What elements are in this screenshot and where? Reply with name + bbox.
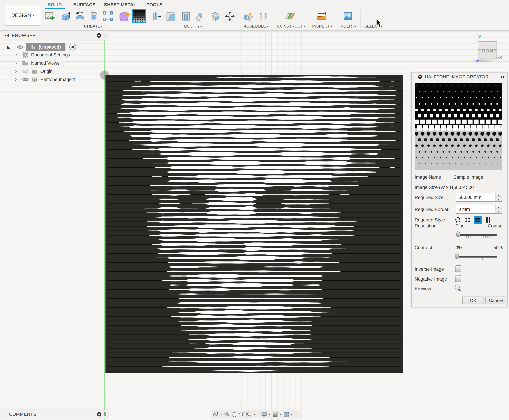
row-box[interactable]: Document Settings [20, 51, 74, 59]
viewport-halftone-model[interactable] [105, 75, 403, 373]
shell-icon[interactable] [180, 10, 192, 22]
row-box[interactable]: Named Views [20, 59, 63, 67]
tree-row-document-settings[interactable]: Document Settings [14, 51, 74, 59]
construct-plane-icon[interactable] [284, 10, 295, 22]
activate-component-radio[interactable] [69, 44, 76, 51]
document-root-selected[interactable]: (Unsaved) [26, 43, 66, 51]
hole-icon[interactable] [89, 10, 99, 22]
viewcube[interactable]: FRONT [478, 41, 497, 60]
required-size-label: Required Size [415, 195, 444, 201]
tree-row-origin[interactable]: Origin [14, 67, 56, 75]
required-border-spinner[interactable]: ▲▼ [495, 205, 502, 213]
orbit-icon[interactable] [213, 411, 219, 417]
tree-row-halftone-image[interactable]: Halftone Image:1 [14, 75, 79, 83]
root-row-box[interactable]: (Unsaved) [15, 43, 80, 51]
eye-icon[interactable] [17, 45, 24, 49]
group-label-assemble[interactable]: ASSEMBLE [235, 24, 276, 29]
cancel-button[interactable]: Cancel [485, 297, 506, 304]
required-size-spinner[interactable]: ▲▼ [495, 193, 502, 201]
expander-closed-icon[interactable] [14, 69, 17, 73]
new-component-icon[interactable] [243, 10, 253, 22]
collapse-left-icon[interactable] [4, 34, 9, 37]
panel-grip[interactable] [104, 412, 106, 416]
pattern-icon[interactable] [102, 10, 114, 22]
create-sketch-icon[interactable] [44, 10, 56, 22]
tree-row-root[interactable]: (Unsaved) [7, 43, 80, 51]
minimize-panel-icon[interactable] [96, 33, 101, 38]
combine-icon[interactable] [194, 10, 206, 22]
add-comment-icon[interactable] [96, 412, 102, 417]
dialog-header[interactable]: HALFTONE IMAGE CREATOR [412, 73, 508, 81]
press-pull-icon[interactable] [151, 10, 162, 22]
insert-image-icon[interactable] [343, 10, 353, 22]
look-at-icon[interactable] [224, 411, 230, 417]
resolution-slider-handle[interactable] [455, 230, 461, 238]
group-label-create[interactable]: CREATE [74, 24, 113, 29]
eye-hidden-icon[interactable] [22, 69, 29, 74]
measure-icon[interactable] [316, 10, 327, 22]
chevron-down-icon[interactable]: ▼ [254, 413, 256, 416]
style-dots-grid-button[interactable] [464, 216, 472, 224]
top-toolbar: DESIGN ▾ SOLID SURFACE SHEET METAL TOOLS [0, 0, 509, 31]
fillet-icon[interactable] [165, 10, 177, 22]
halftone-addin-icon-active[interactable] [132, 9, 146, 22]
tab-tools[interactable]: TOOLS [146, 2, 163, 8]
required-border-input[interactable]: 0 mm ▲▼ [456, 205, 502, 214]
comments-bar: COMMENTS [2, 410, 108, 419]
pan-icon[interactable] [231, 411, 237, 417]
expander-closed-icon[interactable] [14, 61, 17, 65]
tree-row-named-views[interactable]: Named Views [14, 59, 63, 67]
required-size-value[interactable]: 500.00 mm [456, 195, 495, 200]
viewcube-face-label[interactable]: FRONT [478, 48, 497, 54]
tab-surface[interactable]: SURFACE [71, 2, 97, 8]
image-size-label: Image Size (W x H) [415, 184, 455, 190]
minimize-panel-icon[interactable] [418, 74, 422, 79]
chevron-down-icon[interactable]: ▼ [291, 413, 293, 416]
group-label-modify[interactable]: MODIFY [173, 24, 213, 29]
move-icon[interactable] [224, 10, 235, 22]
form-icon[interactable] [118, 10, 132, 22]
panel-grip[interactable] [104, 33, 105, 38]
gear-icon [22, 52, 29, 58]
contrast-max-label: 50% [494, 245, 503, 251]
chevron-down-icon[interactable]: ▼ [220, 413, 222, 416]
tree-item-label: Document Settings [31, 52, 70, 58]
extrude-icon[interactable] [60, 10, 71, 22]
joint-icon[interactable] [258, 10, 268, 22]
eye-icon[interactable] [22, 77, 29, 82]
negative-image-checkbox[interactable] [455, 275, 461, 282]
row-box[interactable]: Origin [20, 67, 56, 75]
contrast-slider-handle[interactable] [454, 252, 460, 260]
comments-title: COMMENTS [4, 412, 94, 417]
group-label-select[interactable]: SELECT [356, 24, 390, 29]
offset-face-icon[interactable] [210, 10, 221, 22]
style-horizontal-lines-button-selected[interactable] [474, 216, 482, 224]
grid-settings-icon[interactable] [272, 411, 278, 417]
design-workspace-dropdown[interactable]: DESIGN ▾ [4, 5, 41, 26]
chevron-down-icon[interactable]: ▼ [280, 413, 282, 416]
folder-icon [22, 60, 29, 66]
inverse-image-checkbox[interactable] [455, 265, 461, 272]
image-name-value: Sample Image [453, 174, 483, 180]
resolution-slider-track[interactable] [456, 234, 497, 236]
zoom-icon[interactable] [239, 411, 245, 417]
expand-right-icon[interactable] [500, 75, 505, 79]
tab-sheet-metal[interactable]: SHEET METAL [103, 2, 138, 8]
ok-button[interactable]: OK [462, 297, 484, 304]
zoom-window-icon[interactable] [246, 411, 252, 417]
preview-magnifier-icon[interactable] [454, 284, 462, 292]
viewports-icon[interactable] [283, 411, 289, 417]
tab-solid[interactable]: SOLID [45, 2, 65, 8]
required-border-value[interactable]: 0 mm [456, 207, 495, 212]
required-size-input[interactable]: 500.00 mm ▲▼ [456, 193, 502, 202]
contrast-slider-track[interactable] [456, 256, 497, 258]
halftone-image-creator-dialog: HALFTONE IMAGE CREATOR Image Name Sample… [411, 72, 508, 307]
expander-open-icon[interactable] [7, 45, 11, 49]
expander-closed-icon[interactable] [14, 78, 17, 81]
display-settings-icon[interactable] [261, 411, 267, 417]
revolve-icon[interactable] [74, 10, 86, 22]
panel-grip[interactable] [414, 75, 415, 79]
expander-closed-icon[interactable] [14, 53, 17, 57]
chevron-down-icon[interactable]: ▼ [268, 413, 271, 416]
row-box[interactable]: Halftone Image:1 [20, 75, 79, 83]
